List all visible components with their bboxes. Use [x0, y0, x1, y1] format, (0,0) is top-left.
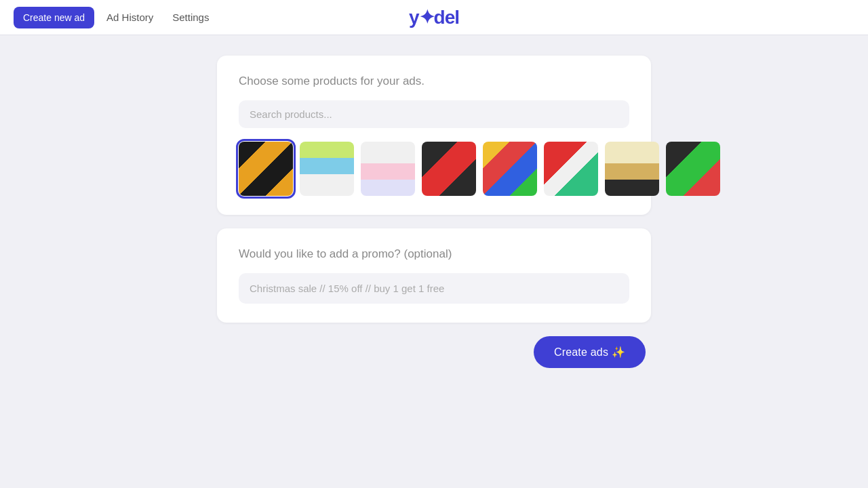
create-new-ad-button[interactable]: Create new ad [14, 7, 94, 28]
promo-input[interactable] [239, 273, 629, 304]
cta-area: Create ads ✨ [217, 336, 651, 368]
search-input[interactable] [239, 100, 629, 128]
product-thumb-3[interactable] [361, 142, 415, 196]
product-thumb-2[interactable] [300, 142, 354, 196]
product-thumb-6[interactable] [544, 142, 598, 196]
promo-card: Would you like to add a promo? (optional… [217, 228, 651, 323]
logo-text-2: del [434, 7, 459, 28]
create-ads-button[interactable]: Create ads ✨ [534, 336, 646, 368]
nav-left: Create new ad Ad History Settings [14, 7, 216, 28]
product-thumb-4[interactable] [422, 142, 476, 196]
products-card: Choose some products for your ads. [217, 56, 651, 215]
products-card-title: Choose some products for your ads. [239, 75, 629, 88]
logo-text: y [409, 7, 419, 28]
main-content: Choose some products for your ads. Would… [0, 35, 868, 388]
product-thumb-5[interactable] [483, 142, 537, 196]
product-thumb-8[interactable] [666, 142, 720, 196]
product-grid [239, 142, 629, 196]
navbar: Create new ad Ad History Settings y✦del [0, 0, 868, 35]
settings-link[interactable]: Settings [165, 7, 216, 27]
promo-card-title: Would you like to add a promo? (optional… [239, 247, 629, 261]
product-thumb-1[interactable] [239, 142, 293, 196]
logo-star-icon: ✦ [419, 6, 434, 28]
ad-history-link[interactable]: Ad History [100, 7, 160, 27]
app-logo: y✦del [409, 6, 459, 28]
product-thumb-7[interactable] [605, 142, 659, 196]
